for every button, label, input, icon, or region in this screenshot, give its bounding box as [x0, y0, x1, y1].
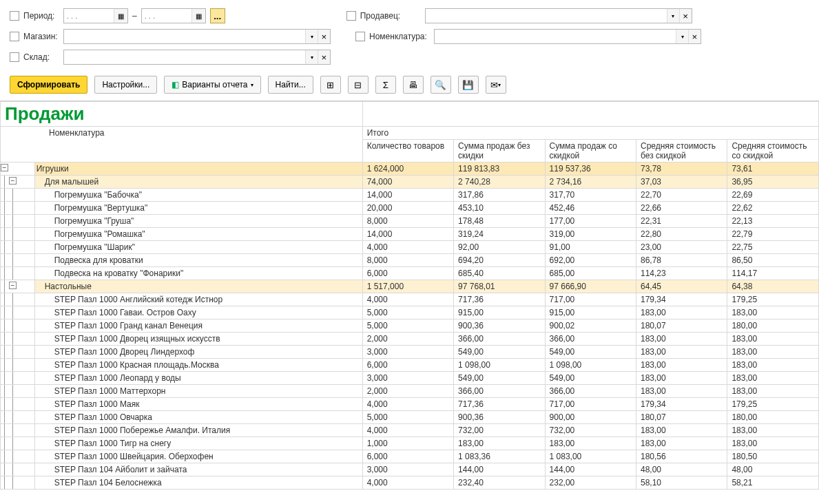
collapse-all-button[interactable]: ⊟: [348, 76, 369, 94]
collapse-icon[interactable]: −: [1, 164, 8, 171]
store-checkbox[interactable]: [10, 32, 19, 41]
table-row[interactable]: STEP Пазл 1000 Красная площадь.Москва6,0…: [1, 359, 819, 372]
warehouse-filter: Склад: ▾ ×: [10, 50, 331, 65]
table-row[interactable]: −Игрушки1 624,000119 813,83119 537,3673,…: [1, 162, 819, 176]
cell-value: 114,23: [636, 267, 727, 280]
table-row[interactable]: STEP Пазл 1000 Овчарка5,000900,36900,001…: [1, 411, 819, 424]
preview-button[interactable]: 🔍: [431, 76, 451, 94]
cell-value: 717,00: [545, 293, 636, 306]
print-button[interactable]: 🖶: [403, 76, 424, 94]
table-row[interactable]: STEP Пазл 1000 Гранд канал Венеция5,0009…: [1, 319, 819, 333]
period-from-field[interactable]: ▦: [63, 8, 128, 23]
table-row[interactable]: STEP Пазл 1000 Английский котедж Истнор4…: [1, 293, 819, 306]
cell-value: 1 083,00: [545, 450, 636, 463]
store-combo[interactable]: ▾ ×: [63, 29, 331, 44]
table-row[interactable]: −Для малышей74,0002 740,282 734,1637,033…: [1, 176, 819, 189]
table-row[interactable]: STEP Пазл 1000 Дворец Линдерхоф3,000549,…: [1, 346, 819, 359]
cell-value: 2,000: [362, 385, 453, 398]
table-row[interactable]: STEP Пазл 1000 Леопард у воды3,000549,00…: [1, 372, 819, 385]
table-row[interactable]: STEP Пазл 1000 Маяк4,000717,36717,00179,…: [1, 398, 819, 411]
cell-value: 179,34: [636, 398, 727, 411]
expand-all-button[interactable]: ⊞: [320, 76, 341, 94]
nomenclature-filter: Номенклатура: ▾ ×: [355, 29, 701, 44]
table-row[interactable]: Погремушка "Вертушка"20,000453,10452,462…: [1, 202, 819, 215]
report-title: Продажи: [5, 103, 358, 125]
preview-icon: 🔍: [435, 80, 446, 90]
save-icon: 💾: [462, 80, 474, 90]
table-row[interactable]: STEP Пазл 104 Белоснежка4,000232,40232,0…: [1, 476, 819, 490]
table-row[interactable]: STEP Пазл 104 Айболит и зайчата3,000144,…: [1, 463, 819, 476]
seller-combo[interactable]: ▾ ×: [425, 8, 692, 23]
dropdown-icon[interactable]: ▾: [667, 9, 679, 23]
dropdown-icon[interactable]: ▾: [676, 30, 688, 43]
table-row[interactable]: STEP Пазл 1000 Побережье Амалфи. Италия4…: [1, 424, 819, 437]
sum-button[interactable]: Σ: [375, 76, 396, 94]
cell-value: 22,80: [636, 228, 727, 241]
calendar-icon[interactable]: ▦: [114, 9, 127, 23]
generate-button[interactable]: Сформировать: [10, 76, 87, 94]
cell-value: 319,24: [454, 228, 545, 241]
cell-value: 14,000: [362, 228, 453, 241]
cell-value: 717,36: [454, 293, 545, 306]
cell-value: 177,00: [545, 215, 636, 228]
period-from-input[interactable]: [64, 9, 114, 23]
table-row[interactable]: Погремушка "Ромашка"14,000319,24319,0022…: [1, 228, 819, 241]
warehouse-combo[interactable]: ▾ ×: [63, 50, 331, 65]
dropdown-icon[interactable]: ▾: [305, 50, 318, 64]
cell-value: 366,00: [454, 333, 545, 346]
collapse-icon[interactable]: −: [9, 282, 17, 289]
settings-button[interactable]: Настройки...: [94, 76, 157, 94]
clear-icon[interactable]: ×: [679, 9, 692, 23]
period-ellipsis-button[interactable]: ...: [210, 8, 225, 23]
table-row[interactable]: −Настольные1 517,00097 768,0197 666,9064…: [1, 280, 819, 293]
store-input[interactable]: [64, 30, 305, 43]
warehouse-checkbox[interactable]: [10, 52, 19, 62]
table-row[interactable]: Подвеска для кроватки8,000694,20692,0086…: [1, 254, 819, 267]
cell-value: 183,00: [636, 346, 727, 359]
cell-value: 91,00: [545, 241, 636, 254]
cell-value: 37,03: [636, 176, 727, 189]
row-name: STEP Пазл 1000 Тигр на снегу: [34, 437, 362, 450]
table-row[interactable]: STEP Пазл 1000 Швейцария. Оберхофен6,000…: [1, 450, 819, 463]
find-button[interactable]: Найти...: [268, 76, 313, 94]
cell-value: 183,00: [727, 359, 819, 372]
cell-value: 73,61: [727, 162, 819, 176]
table-row[interactable]: Погремушка "Бабочка"14,000317,86317,7022…: [1, 189, 819, 202]
nomenclature-combo[interactable]: ▾ ×: [434, 29, 701, 44]
clear-icon[interactable]: ×: [318, 50, 330, 64]
table-row[interactable]: STEP Пазл 1000 Маттерхорн2,000366,00366,…: [1, 385, 819, 398]
cell-value: 183,00: [636, 372, 727, 385]
dropdown-icon[interactable]: ▾: [305, 30, 318, 43]
period-to-input[interactable]: [142, 9, 191, 23]
cell-value: 2 740,28: [454, 176, 545, 189]
seller-input[interactable]: [426, 9, 667, 23]
clear-icon[interactable]: ×: [688, 30, 701, 43]
email-button[interactable]: ✉▾: [486, 76, 506, 94]
table-row[interactable]: Погремушка "Шарик"4,00092,0091,0023,0022…: [1, 241, 819, 254]
report-variants-button[interactable]: ◧ Варианты отчета ▾: [164, 76, 260, 94]
cell-value: 900,36: [454, 319, 545, 333]
cell-value: 915,00: [454, 306, 545, 319]
table-row[interactable]: STEP Пазл 1000 Гаваи. Остров Оаху5,00091…: [1, 306, 819, 319]
collapse-icon[interactable]: −: [9, 177, 17, 185]
table-row[interactable]: STEP Пазл 1000 Тигр на снегу1,000183,001…: [1, 437, 819, 450]
period-to-field[interactable]: ▦: [141, 8, 206, 23]
period-checkbox[interactable]: [10, 11, 19, 21]
nomenclature-input[interactable]: [435, 30, 676, 43]
calendar-icon[interactable]: ▦: [191, 9, 205, 23]
cell-value: 317,70: [545, 189, 636, 202]
table-row[interactable]: STEP Пазл 1000 Дворец изящных искусств2,…: [1, 333, 819, 346]
clear-icon[interactable]: ×: [318, 30, 330, 43]
warehouse-input[interactable]: [64, 50, 305, 64]
cell-value: 97 666,90: [545, 280, 636, 293]
table-row[interactable]: Подвеска на кроватку "Фонарики"6,000685,…: [1, 267, 819, 280]
cell-value: 183,00: [727, 437, 819, 450]
cell-value: 366,00: [545, 385, 636, 398]
cell-value: 180,07: [636, 411, 727, 424]
table-row[interactable]: Погремушка "Груша"8,000178,48177,0022,31…: [1, 215, 819, 228]
nomenclature-checkbox[interactable]: [355, 32, 365, 41]
save-button[interactable]: 💾: [458, 76, 479, 94]
seller-label: Продавец:: [360, 11, 421, 21]
seller-checkbox[interactable]: [346, 11, 356, 21]
cell-value: 2,000: [362, 333, 453, 346]
